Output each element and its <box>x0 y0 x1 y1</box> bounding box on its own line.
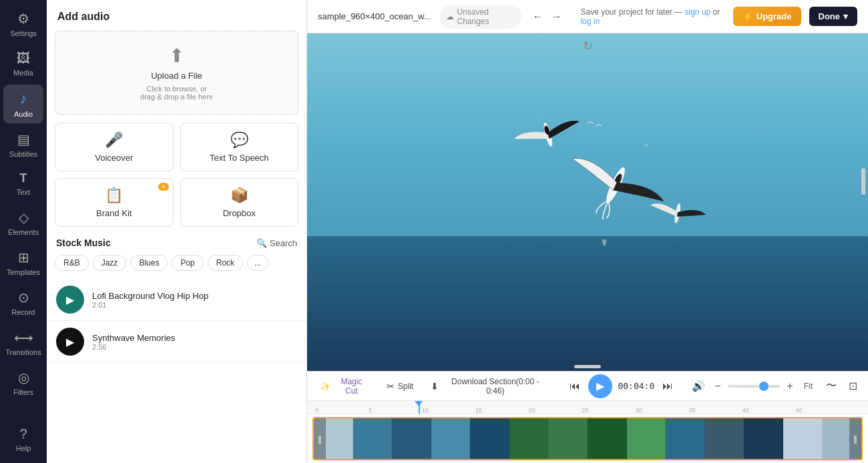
timeline-area: ✨ Magic Cut ✂ Split ⬇ Download Section(0… <box>307 371 868 463</box>
audio-icon: ♪ <box>20 90 27 107</box>
zoom-slider[interactable] <box>728 385 781 388</box>
sidebar-item-label: Elements <box>8 228 39 236</box>
track-info: Synthwave Memories 2:56 <box>92 333 297 351</box>
ruler-mark-25: 25 <box>582 407 589 414</box>
undo-button[interactable]: ← <box>529 8 546 25</box>
playhead-triangle <box>415 401 423 406</box>
download-icon: ⬇ <box>431 381 439 392</box>
voiceover-icon: 🎤 <box>105 131 123 149</box>
sidebar-item-transitions[interactable]: ⟷ Transitions <box>3 324 43 362</box>
scroll-handle[interactable] <box>861 168 865 195</box>
sidebar-item-settings[interactable]: ⚙ Settings <box>3 5 43 43</box>
thumb-cell <box>431 418 471 459</box>
text-to-speech-button[interactable]: 💬 Text To Speech <box>180 123 299 171</box>
thumb-cell <box>666 418 705 459</box>
genre-rock[interactable]: Rock <box>208 255 243 271</box>
track-left-handle[interactable]: ‖ <box>314 418 326 459</box>
track-duration: 2:56 <box>92 343 297 351</box>
sidebar-item-filters[interactable]: ◎ Filters <box>3 364 43 402</box>
text-icon: T <box>20 171 27 185</box>
ruler-mark-20: 20 <box>529 407 535 414</box>
option-grid: 🎤 Voiceover 💬 Text To Speech 📋 Brand Kit… <box>47 123 306 235</box>
zoom-out-button[interactable]: − <box>714 380 720 392</box>
volume-button[interactable]: 🔊 <box>689 377 708 395</box>
track-item[interactable]: ▶ Lofi Background Vlog Hip Hop 2:01 <box>47 279 306 321</box>
birds-illustration <box>475 101 756 270</box>
more-options-button[interactable]: ⊡ <box>846 377 860 395</box>
ruler-mark-45: 45 <box>796 407 803 414</box>
thumb-cell <box>392 418 431 459</box>
play-button[interactable]: ▶ <box>588 374 612 398</box>
sign-up-link[interactable]: sign up <box>685 7 711 17</box>
upgrade-icon: ⚡ <box>742 11 753 21</box>
ruler-mark-0: 0 <box>315 407 318 414</box>
voiceover-button[interactable]: 🎤 Voiceover <box>55 123 174 171</box>
rewind-button[interactable]: ⏮ <box>567 378 583 395</box>
search-button[interactable]: 🔍 Search <box>256 238 297 248</box>
track-name: Lofi Background Vlog Hip Hop <box>92 291 297 301</box>
split-button[interactable]: ✂ Split <box>381 378 419 395</box>
playback-controls: ⏮ ▶ 00:04:0 ⏭ <box>567 374 676 398</box>
thumb-cell <box>509 418 549 459</box>
fit-button[interactable]: Fit <box>800 379 817 394</box>
waveform-button[interactable]: 〜 <box>823 376 839 396</box>
sidebar-item-subtitles[interactable]: ▤ Subtitles <box>3 126 43 163</box>
redo-button[interactable]: → <box>548 8 564 25</box>
undo-redo-controls: ← → <box>529 8 564 25</box>
ruler-mark-35: 35 <box>689 407 696 414</box>
sidebar-item-label: Audio <box>14 110 33 118</box>
brand-kit-label: Brand Kit <box>96 208 132 218</box>
magic-cut-button[interactable]: ✨ Magic Cut <box>315 374 375 399</box>
sidebar-item-text[interactable]: T Text <box>3 166 43 201</box>
settings-icon: ⚙ <box>17 11 29 27</box>
track-item[interactable]: ▶ Synthwave Memories 2:56 <box>47 321 306 363</box>
track-right-handle[interactable]: ‖ <box>849 418 861 459</box>
genre-pop[interactable]: Pop <box>172 255 203 271</box>
sidebar-item-label: Settings <box>10 29 37 37</box>
brand-kit-button[interactable]: 📋 Brand Kit + <box>55 178 174 227</box>
ruler-marks: 0 5 10 15 20 25 30 35 40 45 <box>315 401 860 414</box>
thumb-cell <box>705 418 744 459</box>
timeline-track[interactable]: ‖ ‖ <box>312 417 863 460</box>
stock-music-section: Stock Music 🔍 Search <box>47 235 306 255</box>
upload-area[interactable]: ⬆ Upload a File Click to browse, or drag… <box>55 31 298 115</box>
thumb-cell <box>353 418 393 459</box>
ocean-scene: ↻ <box>307 33 868 371</box>
bottom-handle[interactable] <box>574 365 601 368</box>
genre-rnb[interactable]: R&B <box>55 255 89 271</box>
playhead[interactable] <box>419 401 420 414</box>
log-in-link[interactable]: log in <box>580 17 600 26</box>
ruler-mark-10: 10 <box>422 407 429 414</box>
help-icon: ? <box>19 426 27 442</box>
thumb-cell <box>783 418 823 459</box>
done-button[interactable]: Done ▾ <box>809 7 858 26</box>
track-duration: 2:01 <box>92 301 297 309</box>
download-section-button[interactable]: ⬇ Download Section(0:00 - 0:46) <box>425 374 554 399</box>
sidebar-item-record[interactable]: ⊙ Record <box>3 284 43 322</box>
sidebar-item-audio[interactable]: ♪ Audio <box>3 85 43 123</box>
sidebar-item-elements[interactable]: ◇ Elements <box>3 204 43 242</box>
genre-blues[interactable]: Blues <box>130 255 168 271</box>
dropbox-button[interactable]: 📦 Dropbox <box>180 178 299 227</box>
sidebar-item-templates[interactable]: ⊞ Templates <box>3 244 43 282</box>
thumb-cell <box>627 418 666 459</box>
voiceover-label: Voiceover <box>95 153 133 163</box>
fast-forward-button[interactable]: ⏭ <box>660 378 676 395</box>
sidebar-item-media[interactable]: 🖼 Media <box>3 45 43 82</box>
split-icon: ✂ <box>387 381 395 392</box>
tts-label: Text To Speech <box>210 153 269 163</box>
dropbox-icon: 📦 <box>230 187 248 204</box>
genre-more-button[interactable]: ... <box>247 255 268 271</box>
ruler-mark-40: 40 <box>742 407 749 414</box>
genre-jazz[interactable]: Jazz <box>93 255 127 271</box>
elements-icon: ◇ <box>19 209 29 225</box>
upgrade-button[interactable]: ⚡ Upgrade <box>733 7 801 26</box>
upload-subtitle: Click to browse, or drag & drop a file h… <box>140 85 213 101</box>
brand-kit-icon: 📋 <box>105 187 123 204</box>
refresh-icon: ↻ <box>583 39 593 53</box>
thumb-cell <box>470 418 509 459</box>
search-label: Search <box>270 238 297 248</box>
sidebar-item-label: Media <box>13 69 33 77</box>
zoom-in-button[interactable]: + <box>787 380 793 392</box>
sidebar-item-help[interactable]: ? Help <box>3 421 43 458</box>
